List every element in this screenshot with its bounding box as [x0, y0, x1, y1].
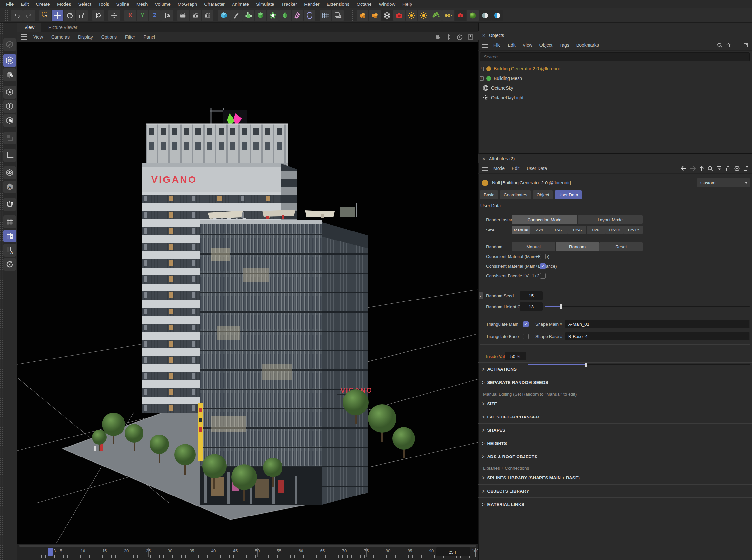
tab-basic[interactable]: Basic: [480, 190, 498, 199]
layout-mode-button[interactable]: Layout Mode: [577, 215, 643, 224]
last-tool-rotate-icon[interactable]: [92, 10, 104, 21]
uv-mode-icon[interactable]: [3, 132, 16, 144]
render-picture-viewer-icon[interactable]: [190, 10, 201, 21]
edges-mode-icon[interactable]: [3, 100, 16, 113]
pen-spline-icon[interactable]: [230, 10, 242, 21]
menu-extensions[interactable]: Extensions: [323, 2, 353, 7]
keyframe-expander-icon[interactable]: ▸: [478, 292, 483, 299]
scatter-gear-icon[interactable]: [267, 10, 279, 21]
expand-icon[interactable]: [479, 67, 484, 71]
attributes-newwindow-icon[interactable]: [743, 166, 749, 171]
add-cube-icon[interactable]: [218, 10, 230, 21]
section-shapes[interactable]: > SHAPES: [478, 424, 752, 437]
object-name[interactable]: Building Mesh: [494, 76, 522, 81]
attributes-search-icon[interactable]: [708, 166, 713, 171]
menu-octane[interactable]: Octane: [353, 2, 375, 7]
expand-icon[interactable]: [479, 76, 484, 81]
tab-view[interactable]: View: [17, 23, 41, 32]
snap-magnet-icon[interactable]: [3, 198, 16, 211]
spline-points-icon[interactable]: [242, 10, 254, 21]
consistent-material-base-checkbox[interactable]: ✓: [540, 254, 546, 259]
toolbar-drag-handle[interactable]: [5, 10, 8, 21]
object-row-octanesky[interactable]: OctaneSky: [478, 83, 752, 93]
tab-object[interactable]: Object: [533, 190, 553, 199]
object-row-building-mesh[interactable]: Building Mesh ✓: [478, 74, 752, 83]
go-up-icon[interactable]: [699, 166, 704, 171]
model-mode-icon[interactable]: [3, 54, 16, 67]
octane-vortex-icon[interactable]: [381, 10, 393, 21]
connection-mode-button[interactable]: Connection Mode: [512, 215, 577, 224]
texture-mode-icon[interactable]: [3, 68, 16, 81]
size-6x6-button[interactable]: 6x6: [549, 226, 568, 234]
object-name[interactable]: Building Generator 2.0 @florenoir: [494, 66, 561, 71]
size-manual-button[interactable]: Manual: [512, 226, 530, 234]
attributes-menu-mode[interactable]: Mode: [490, 166, 508, 171]
tree-environment-icon[interactable]: [279, 10, 291, 21]
octane-daylight-gear-icon[interactable]: [442, 10, 454, 21]
menu-volume[interactable]: Volume: [151, 2, 174, 7]
object-name[interactable]: OctaneDayLight: [491, 95, 523, 100]
menu-animate[interactable]: Animate: [228, 2, 253, 7]
objects-menu-edit[interactable]: Edit: [504, 43, 519, 48]
viewport-menu-display[interactable]: Display: [74, 35, 97, 40]
current-frame-field[interactable]: 25 F: [436, 547, 470, 557]
objects-newwindow-icon[interactable]: [743, 42, 749, 48]
render-settings-icon[interactable]: [202, 10, 214, 21]
workplane-reset-icon[interactable]: [3, 258, 16, 271]
preset-dropdown[interactable]: Custom: [696, 178, 750, 187]
annotation-icon[interactable]: A: [3, 181, 16, 194]
mograph-icon[interactable]: [292, 10, 303, 21]
menu-character[interactable]: Character: [201, 2, 228, 7]
null-object-icon[interactable]: [486, 66, 491, 71]
attributes-panel-close-icon[interactable]: ✕: [482, 156, 486, 161]
menu-tracker[interactable]: Tracker: [278, 2, 301, 7]
undo-icon[interactable]: [11, 10, 23, 21]
random-random-button[interactable]: Random: [556, 242, 599, 251]
objects-menu-view[interactable]: View: [519, 43, 536, 48]
objects-menu-object[interactable]: Object: [536, 43, 556, 48]
random-manual-button[interactable]: Manual: [512, 242, 555, 251]
octane-camera-icon[interactable]: [393, 10, 405, 21]
octane-sun-icon[interactable]: [406, 10, 417, 21]
history-back-icon[interactable]: [681, 166, 687, 171]
viewport-menu-options[interactable]: Options: [97, 35, 121, 40]
objects-panel-close-icon[interactable]: ✕: [482, 33, 486, 38]
field-icon[interactable]: [304, 10, 315, 21]
viewport-pan-hand-icon[interactable]: [434, 34, 441, 40]
viewport-menu-view[interactable]: View: [29, 35, 47, 40]
move-axes-icon[interactable]: [108, 10, 120, 21]
snap-st-icon[interactable]: ST: [332, 10, 344, 21]
viewport-orbit-icon[interactable]: [456, 34, 463, 40]
viewport-dolly-icon[interactable]: [445, 34, 452, 40]
objects-menu-tags[interactable]: Tags: [556, 43, 573, 48]
menu-modes[interactable]: Modes: [54, 2, 75, 7]
octane-camera-small-icon[interactable]: [455, 10, 466, 21]
objects-menu-file[interactable]: File: [490, 43, 504, 48]
polygons-mode-icon[interactable]: [3, 114, 16, 127]
points-mode-icon[interactable]: [3, 86, 16, 99]
objects-filter-icon[interactable]: [734, 42, 740, 48]
attributes-filter-icon[interactable]: [716, 166, 722, 171]
viewport-menu-cameras[interactable]: Cameras: [47, 35, 74, 40]
triangulate-base-checkbox[interactable]: ✓: [523, 334, 529, 339]
objects-menu-bookmarks[interactable]: Bookmarks: [573, 43, 602, 48]
menu-spline[interactable]: Spline: [113, 2, 133, 7]
octane-sun-target-icon[interactable]: [418, 10, 430, 21]
objects-search-icon[interactable]: [717, 42, 723, 48]
section-objects-library[interactable]: > OBJECTS LIBRARY: [478, 484, 752, 497]
object-row-octanedaylight[interactable]: OctaneDayLight ✓: [478, 93, 752, 102]
menu-simulate[interactable]: Simulate: [253, 2, 278, 7]
menu-mograph[interactable]: MoGraph: [174, 2, 201, 7]
shape-base-field[interactable]: R-Base_4: [565, 332, 750, 340]
section-material-links[interactable]: > MATERIAL LINKS: [478, 498, 752, 511]
toolbar-drag-handle-2[interactable]: [350, 10, 353, 21]
octane-livedb-icon[interactable]: [357, 10, 368, 21]
menu-mesh[interactable]: Mesh: [133, 2, 151, 7]
workplane-icon[interactable]: [3, 215, 16, 228]
objects-hamburger-icon[interactable]: [482, 43, 488, 48]
timeline-playhead[interactable]: [48, 548, 53, 556]
move-tool-icon[interactable]: [52, 10, 63, 21]
random-height-slider[interactable]: [545, 302, 750, 311]
timeline-scrollbar[interactable]: [19, 545, 476, 547]
workplane-lock-icon[interactable]: [3, 229, 16, 242]
